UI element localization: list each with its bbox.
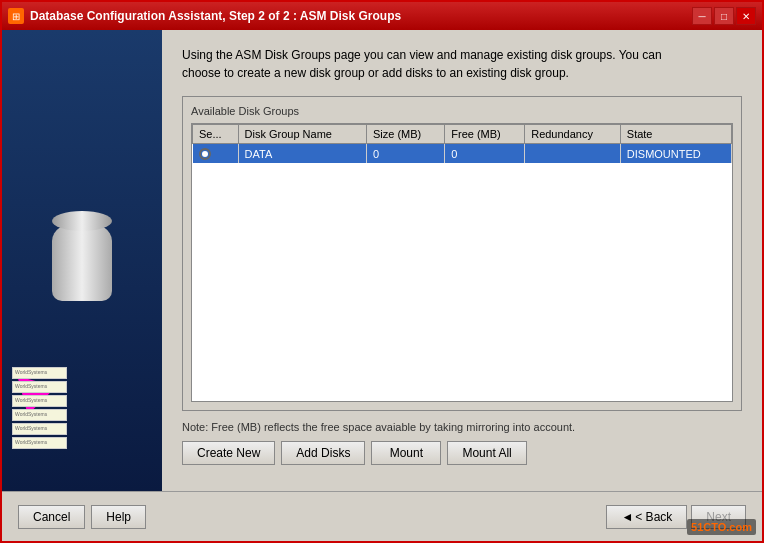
mount-button[interactable]: Mount	[371, 441, 441, 465]
paper-2: WorldSystems	[12, 381, 67, 393]
right-panel: Using the ASM Disk Groups page you can v…	[162, 30, 762, 491]
radio-inner	[202, 151, 208, 157]
cell-free: 0	[445, 144, 525, 164]
paper-5: WorldSystems	[12, 423, 67, 435]
maximize-button[interactable]: □	[714, 7, 734, 25]
cell-name: DATA	[238, 144, 366, 164]
cell-redundancy	[525, 144, 621, 164]
cancel-button[interactable]: Cancel	[18, 505, 85, 529]
paper-1: WorldSystems	[12, 367, 67, 379]
illustration: WorldSystems WorldSystems WorldSystems W…	[52, 221, 112, 301]
papers-graphic: WorldSystems WorldSystems WorldSystems W…	[12, 367, 67, 451]
app-icon: ⊞	[8, 8, 24, 24]
create-new-button[interactable]: Create New	[182, 441, 275, 465]
cell-size: 0	[366, 144, 444, 164]
watermark: 51CTO.com	[687, 519, 756, 535]
cell-state: DISMOUNTED	[620, 144, 731, 164]
bottom-bar: Cancel Help ◄ < Back Next 51CTO.com	[2, 491, 762, 541]
window-controls: ─ □ ✕	[692, 7, 756, 25]
group-box-label: Available Disk Groups	[191, 105, 733, 117]
disk-groups-table-container[interactable]: Se... Disk Group Name Size (MB) Free (MB…	[191, 123, 733, 402]
bottom-left-buttons: Cancel Help	[18, 505, 146, 529]
col-size: Size (MB)	[366, 125, 444, 144]
available-disk-groups-box: Available Disk Groups Se... Disk Group N…	[182, 96, 742, 411]
minimize-button[interactable]: ─	[692, 7, 712, 25]
table-header-row: Se... Disk Group Name Size (MB) Free (MB…	[193, 125, 732, 144]
mount-all-button[interactable]: Mount All	[447, 441, 526, 465]
col-redundancy: Redundancy	[525, 125, 621, 144]
note-text: Note: Free (MB) reflects the free space …	[182, 421, 742, 433]
paper-6: WorldSystems	[12, 437, 67, 449]
left-panel: WorldSystems WorldSystems WorldSystems W…	[2, 30, 162, 491]
cell-select[interactable]	[193, 144, 239, 164]
col-state: State	[620, 125, 731, 144]
table-row[interactable]: DATA 0 0 DISMOUNTED	[193, 144, 732, 164]
window-title: Database Configuration Assistant, Step 2…	[30, 9, 692, 23]
title-bar: ⊞ Database Configuration Assistant, Step…	[2, 2, 762, 30]
back-button[interactable]: ◄ < Back	[606, 505, 687, 529]
col-name: Disk Group Name	[238, 125, 366, 144]
disk-groups-table: Se... Disk Group Name Size (MB) Free (MB…	[192, 124, 732, 163]
help-button[interactable]: Help	[91, 505, 146, 529]
paper-4: WorldSystems	[12, 409, 67, 421]
description-text: Using the ASM Disk Groups page you can v…	[182, 46, 742, 82]
cylinder-graphic	[52, 221, 112, 301]
add-disks-button[interactable]: Add Disks	[281, 441, 365, 465]
col-select: Se...	[193, 125, 239, 144]
close-button[interactable]: ✕	[736, 7, 756, 25]
action-buttons: Create New Add Disks Mount Mount All	[182, 441, 742, 465]
radio-button[interactable]	[199, 148, 211, 160]
window-body: WorldSystems WorldSystems WorldSystems W…	[2, 30, 762, 491]
paper-3: WorldSystems	[12, 395, 67, 407]
back-arrow-icon: ◄	[621, 510, 633, 524]
main-window: ⊞ Database Configuration Assistant, Step…	[0, 0, 764, 543]
col-free: Free (MB)	[445, 125, 525, 144]
